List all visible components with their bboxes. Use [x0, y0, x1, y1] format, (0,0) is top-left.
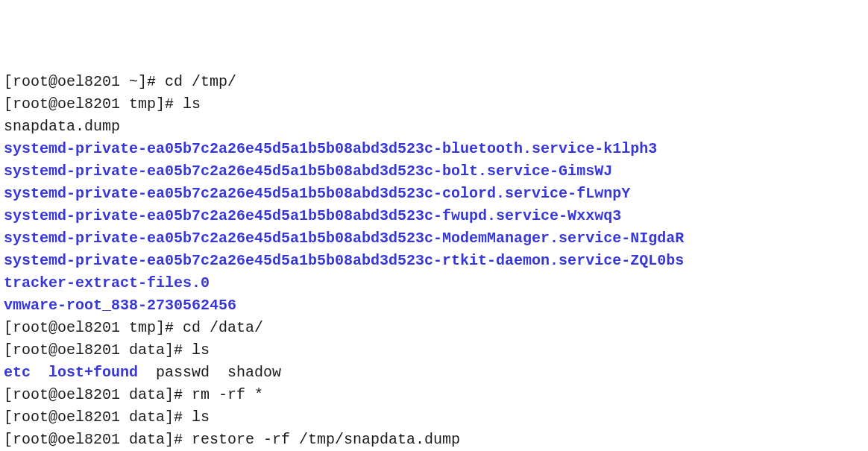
- ls-output-dir: systemd-private-ea05b7c2a26e45d5a1b5b08a…: [4, 140, 657, 157]
- prompt-line: [root@oel8201 tmp]# ls: [4, 95, 201, 113]
- prompt-line: [root@oel8201 data]# restore -rf /tmp/sn…: [4, 431, 460, 448]
- ls-output-dir: systemd-private-ea05b7c2a26e45d5a1b5b08a…: [4, 163, 612, 180]
- ls-output-dir: systemd-private-ea05b7c2a26e45d5a1b5b08a…: [4, 252, 684, 269]
- ls-output-line: etc lost+found passwd shadow: [4, 364, 281, 381]
- ls-output-dir: systemd-private-ea05b7c2a26e45d5a1b5b08a…: [4, 207, 621, 224]
- ls-output-dir: systemd-private-ea05b7c2a26e45d5a1b5b08a…: [4, 185, 630, 202]
- terminal-output[interactable]: [root@oel8201 ~]# cd /tmp/ [root@oel8201…: [4, 71, 864, 451]
- prompt-line: [root@oel8201 data]# ls: [4, 341, 210, 359]
- prompt-line: [root@oel8201 data]# ls: [4, 409, 210, 426]
- prompt-line: [root@oel8201 tmp]# cd /data/: [4, 319, 263, 336]
- ls-output-dir: vmware-root_838-2730562456: [4, 297, 236, 314]
- prompt-line: [root@oel8201 ~]# cd /tmp/: [4, 73, 236, 90]
- prompt-line: [root@oel8201 data]# rm -rf *: [4, 386, 263, 403]
- ls-output-dir: tracker-extract-files.0: [4, 274, 210, 291]
- ls-output-file: snapdata.dump: [4, 118, 120, 135]
- ls-output-dir: systemd-private-ea05b7c2a26e45d5a1b5b08a…: [4, 230, 684, 247]
